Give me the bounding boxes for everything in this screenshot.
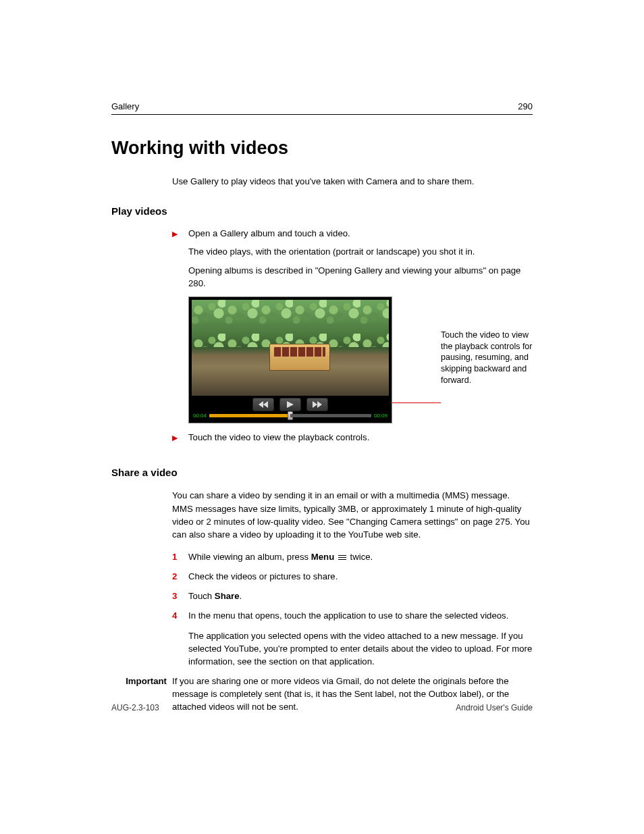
header-page-number: 290 — [518, 101, 533, 111]
step-item: 1 While viewing an album, press Menu twi… — [172, 550, 533, 563]
play-button[interactable] — [279, 398, 301, 411]
step-number: 2 — [172, 570, 180, 583]
callout-line — [392, 402, 441, 403]
bullet-text: Open a Gallery album and touch a video. — [188, 228, 350, 240]
heading-share-video: Share a video — [111, 467, 533, 478]
callout-text: Touch the video to view the playback con… — [441, 330, 533, 386]
footer-doc-title: Android User's Guide — [456, 703, 533, 712]
bullet-item: ▶ Open a Gallery album and touch a video… — [172, 228, 533, 240]
triangle-bullet-icon: ▶ — [172, 432, 182, 444]
step-item: 4 In the menu that opens, touch the appl… — [172, 609, 533, 622]
step-text: Check the videos or pictures to share. — [188, 570, 533, 583]
bullet-text: Touch the video to view the playback con… — [188, 432, 369, 444]
step-number: 3 — [172, 590, 180, 602]
step-text: The application you selected opens with … — [188, 629, 533, 668]
progress-thumb[interactable] — [288, 411, 293, 420]
time-total: 00:09 — [374, 413, 387, 419]
header-section: Gallery — [111, 101, 139, 111]
intro-text: Use Gallery to play videos that you've t… — [172, 176, 533, 186]
step-continuation: The application you selected opens with … — [172, 629, 533, 668]
heading-play-videos: Play videos — [111, 205, 533, 217]
menu-icon — [338, 554, 346, 561]
video-frame — [192, 300, 389, 396]
page-footer: AUG-2.3-103 Android User's Guide — [111, 703, 533, 712]
footer-doc-id: AUG-2.3-103 — [111, 703, 159, 712]
step-text: In the menu that opens, touch the applic… — [188, 609, 533, 622]
step-item: 3 Touch Share. — [172, 590, 533, 602]
rewind-button[interactable] — [252, 398, 274, 411]
step-number: 1 — [172, 550, 180, 563]
body-text: The video plays, with the orientation (p… — [188, 245, 533, 258]
body-text: Opening albums is described in "Opening … — [188, 264, 533, 290]
step-text: Touch Share. — [188, 590, 533, 602]
page-title: Working with videos — [111, 138, 533, 159]
video-player[interactable]: 00:04 00:09 — [188, 296, 392, 423]
step-number: 4 — [172, 609, 180, 622]
triangle-bullet-icon: ▶ — [172, 228, 182, 240]
step-item: 2 Check the videos or pictures to share. — [172, 570, 533, 583]
step-text: While viewing an album, press Menu twice… — [188, 550, 533, 563]
page-header: Gallery 290 — [111, 101, 533, 115]
share-paragraph: You can share a video by sending it in a… — [172, 489, 533, 541]
bullet-item: ▶ Touch the video to view the playback c… — [172, 432, 533, 444]
figure: 00:04 00:09 Touch the video to view the … — [188, 296, 533, 423]
time-elapsed: 00:04 — [193, 413, 207, 419]
forward-button[interactable] — [306, 398, 328, 411]
playback-controls: 00:04 00:09 — [189, 396, 392, 423]
progress-bar[interactable] — [209, 414, 371, 417]
